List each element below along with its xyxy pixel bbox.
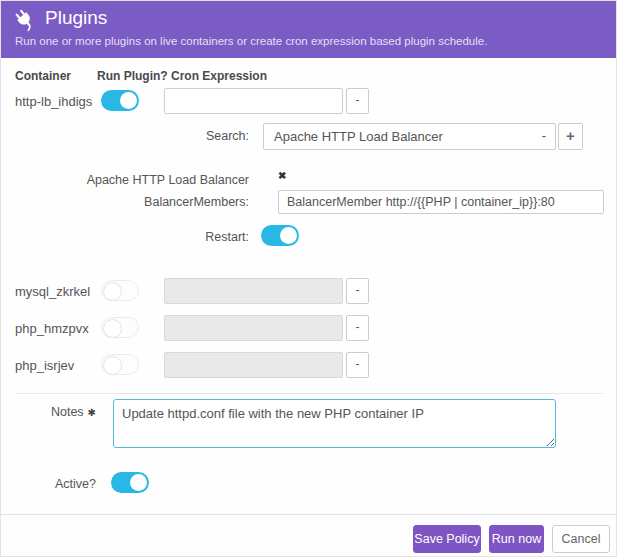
column-header-cron-expression: Cron Expression — [171, 69, 267, 83]
run-plugin-toggle[interactable] — [101, 317, 139, 338]
remove-plugin-icon[interactable]: ✖ — [278, 170, 286, 181]
column-header-run-plugin: Run Plugin? — [97, 69, 168, 83]
run-now-button[interactable]: Run now — [489, 525, 544, 553]
divider — [16, 393, 603, 394]
add-plugin-button[interactable]: + — [558, 123, 583, 150]
run-plugin-toggle[interactable] — [101, 354, 139, 375]
container-name: php_hmzpvx — [15, 321, 89, 336]
cron-expression-input[interactable] — [164, 88, 343, 114]
cancel-button[interactable]: Cancel — [552, 525, 610, 553]
panel-header: Plugins Run one or more plugins on live … — [1, 1, 616, 58]
page-title: Plugins — [45, 7, 107, 29]
cron-expression-input — [164, 278, 343, 304]
container-name: mysql_zkrkel — [15, 284, 90, 299]
run-plugin-toggle[interactable] — [101, 90, 139, 111]
search-label: Search: — [41, 129, 249, 143]
notes-label: Notes✱ — [1, 405, 96, 419]
selected-plugin-value: Apache HTTP Load Balancer — [274, 129, 443, 144]
run-plugin-toggle[interactable] — [101, 280, 139, 301]
container-row-mysql: mysql_zkrkel - — [1, 278, 617, 306]
container-name: php_isrjev — [15, 358, 74, 373]
restart-toggle[interactable] — [261, 225, 299, 246]
active-label: Active? — [1, 477, 96, 491]
plugins-panel: Plugins Run one or more plugins on live … — [0, 0, 617, 557]
notes-textarea[interactable]: Update httpd.conf file with the new PHP … — [113, 399, 556, 448]
balancer-members-label: BalancerMembers: — [41, 195, 249, 209]
cron-dropdown-button[interactable]: - — [346, 352, 369, 378]
divider — [1, 514, 617, 515]
chevron-down-icon: - — [542, 128, 546, 143]
page-subtitle: Run one or more plugins on live containe… — [15, 35, 487, 47]
balancer-members-input[interactable] — [278, 190, 604, 214]
container-row-php-hmzpvx: php_hmzpvx - — [1, 315, 617, 343]
selected-plugin-name: Apache HTTP Load Balancer — [41, 173, 249, 187]
required-asterisk-icon: ✱ — [88, 407, 96, 418]
restart-label: Restart: — [41, 230, 249, 244]
container-name: http-lb_ihdigs — [15, 94, 92, 109]
column-header-container: Container — [15, 69, 71, 83]
container-row-http-lb: http-lb_ihdigs - — [1, 88, 617, 116]
cron-dropdown-button[interactable]: - — [346, 278, 369, 304]
save-policy-button[interactable]: Save Policy — [413, 525, 481, 553]
cron-expression-input — [164, 315, 343, 341]
active-toggle[interactable] — [111, 472, 149, 493]
cron-expression-input — [164, 352, 343, 378]
cron-dropdown-button[interactable]: - — [346, 88, 369, 114]
cron-dropdown-button[interactable]: - — [346, 315, 369, 341]
plug-icon — [14, 9, 36, 35]
container-row-php-isrjev: php_isrjev - — [1, 352, 617, 380]
plugin-search-select[interactable]: Apache HTTP Load Balancer - — [263, 123, 556, 150]
